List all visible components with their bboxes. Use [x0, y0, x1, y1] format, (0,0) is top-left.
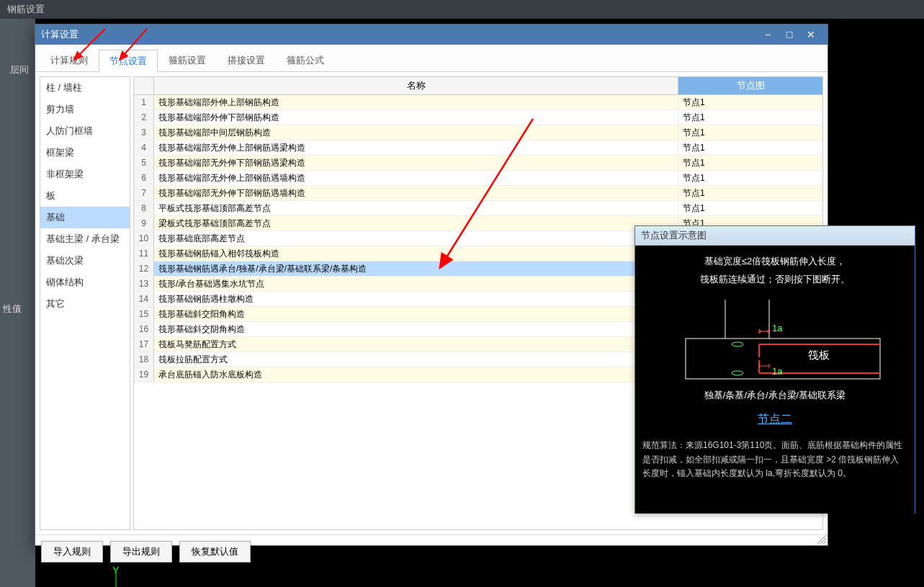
row-number: 4 [134, 140, 154, 155]
label-raft: 筏板 [808, 349, 830, 362]
table-row[interactable]: 8平板式筏形基础顶部高差节点节点1 [134, 201, 822, 216]
category-item[interactable]: 剪力墙 [40, 99, 130, 120]
row-name[interactable]: 筏形基础斜交阴角构造 [154, 322, 678, 336]
tab-strip: 计算规则节点设置箍筋设置搭接设置箍筋公式 [35, 45, 827, 72]
row-number: 5 [134, 156, 154, 170]
bg-sidebar-item2: 性值 [3, 303, 22, 315]
minimize-icon[interactable]: − [757, 24, 779, 45]
category-item[interactable]: 基础 [40, 207, 130, 228]
table-row[interactable]: 7筏形基础端部无外伸下部钢筋遇墙构造节点1 [134, 186, 822, 201]
row-node[interactable]: 节点1 [678, 95, 822, 109]
preview-text: 基础宽度≤2倍筏板钢筋伸入长度， 筏板筋连续通过；否则按下图断开。 [642, 253, 907, 288]
row-number: 13 [134, 277, 154, 291]
category-item[interactable]: 柱 / 墙柱 [40, 77, 130, 99]
category-item[interactable]: 人防门框墙 [40, 120, 130, 142]
row-name[interactable]: 筏形基础斜交阳角构造 [154, 307, 678, 321]
diagram-caption: 独基/条基/承台/承台梁/基础联系梁 [642, 389, 907, 402]
row-number: 15 [134, 307, 154, 321]
row-number: 11 [134, 246, 154, 261]
row-name[interactable]: 筏形基础端部外伸上部钢筋构造 [154, 95, 678, 109]
row-name[interactable]: 筏形基础端部中间层钢筋构造 [154, 125, 678, 140]
table-row[interactable]: 5筏形基础端部无外伸下部钢筋遇梁构造节点1 [134, 156, 822, 171]
row-number: 3 [134, 125, 154, 140]
bg-sidebar-item[interactable]: 层间 [10, 63, 29, 76]
row-number: 18 [134, 352, 154, 367]
table-row[interactable]: 2筏形基础端部外伸下部钢筋构造节点1 [134, 110, 822, 125]
row-number: 10 [134, 231, 154, 246]
preview-line2: 筏板筋连续通过；否则按下图断开。 [642, 271, 907, 289]
table-row[interactable]: 4筏形基础端部无外伸上部钢筋遇梁构造节点1 [134, 140, 822, 156]
row-node[interactable]: 节点1 [678, 125, 822, 140]
dialog-titlebar[interactable]: 计算设置 − □ ✕ [35, 24, 827, 45]
row-node[interactable]: 节点1 [678, 110, 822, 125]
row-number: 9 [134, 216, 154, 230]
row-name[interactable]: 筏形基础端部无外伸下部钢筋遇梁构造 [154, 156, 678, 170]
preview-title: 节点设置示意图 [635, 226, 915, 246]
row-node[interactable]: 节点1 [678, 201, 822, 215]
row-name[interactable]: 筏形基础端部无外伸上部钢筋遇梁构造 [154, 140, 678, 155]
axis-y-line [115, 575, 117, 587]
row-name[interactable]: 平板式筏形基础顶部高差节点 [154, 201, 678, 215]
row-number: 19 [134, 367, 154, 382]
table-row[interactable]: 3筏形基础端部中间层钢筋构造节点1 [134, 125, 822, 140]
preview-diagram: 1a 1a 筏板 独基/条基/承台/承台梁/基础联系梁 [642, 295, 907, 403]
th-name[interactable]: 名称 [154, 77, 678, 94]
category-item[interactable]: 基础次梁 [40, 250, 130, 272]
row-name[interactable]: 筏形基础钢筋锚入相邻筏板构造 [154, 246, 678, 261]
dialog-footer: 导入规则 导出规则 恢复默认值 [35, 534, 827, 568]
dialog-title: 计算设置 [41, 28, 79, 41]
preview-desc: 规范算法：来源16G101-3第110页。面筋、底筋根据基础构件的属性是否扣减，… [642, 439, 907, 480]
category-item[interactable]: 框架梁 [40, 142, 130, 163]
category-item[interactable]: 非框架梁 [40, 163, 130, 185]
row-name[interactable]: 筏板马凳筋配置方式 [154, 337, 678, 351]
row-name[interactable]: 筏形基础底部高差节点 [154, 231, 678, 246]
table-row[interactable]: 1筏形基础端部外伸上部钢筋构造节点1 [134, 95, 822, 110]
tab-4[interactable]: 箍筋公式 [276, 49, 335, 71]
row-name[interactable]: 筏形基础端部无外伸下部钢筋遇墙构造 [154, 186, 678, 200]
app-title: 钢筋设置 [0, 0, 924, 19]
row-node[interactable]: 节点1 [678, 186, 822, 200]
th-node[interactable]: 节点图 [678, 77, 822, 94]
preview-body: 基础宽度≤2倍筏板钢筋伸入长度， 筏板筋连续通过；否则按下图断开。 [635, 246, 915, 514]
row-number: 12 [134, 261, 154, 276]
label-1a-top: 1a [772, 323, 782, 333]
row-node[interactable]: 节点1 [678, 140, 822, 155]
row-name[interactable]: 筏形基础端部无外伸上部钢筋遇墙构造 [154, 171, 678, 185]
row-name[interactable]: 承台底筋锚入防水底板构造 [154, 367, 678, 382]
tab-1[interactable]: 节点设置 [99, 50, 158, 72]
row-name[interactable]: 筏板拉筋配置方式 [154, 352, 678, 367]
row-name[interactable]: 筏形基础钢筋遇柱墩构造 [154, 292, 678, 306]
row-number: 8 [134, 201, 154, 215]
close-icon[interactable]: ✕ [800, 24, 822, 45]
svg-point-7 [732, 342, 743, 346]
row-number: 1 [134, 95, 154, 109]
row-number: 14 [134, 292, 154, 306]
node-link[interactable]: 节点二 [642, 412, 907, 427]
maximize-icon[interactable]: □ [779, 24, 800, 45]
row-node[interactable]: 节点1 [678, 156, 822, 170]
row-node[interactable]: 节点1 [678, 171, 822, 185]
svg-point-8 [732, 371, 743, 375]
table-row[interactable]: 6筏形基础端部无外伸上部钢筋遇墙构造节点1 [134, 171, 822, 186]
row-number: 7 [134, 186, 154, 200]
resize-grip-icon[interactable] [817, 535, 826, 544]
row-name[interactable]: 筏形/承台基础遇集水坑节点 [154, 277, 678, 291]
tab-0[interactable]: 计算规则 [40, 49, 99, 71]
export-rules-button[interactable]: 导出规则 [110, 541, 172, 563]
row-name[interactable]: 筏形基础钢筋遇承台/独基/承台梁/基础联系梁/条基构造 [154, 261, 678, 276]
row-name[interactable]: 筏形基础端部外伸下部钢筋构造 [154, 110, 678, 125]
import-rules-button[interactable]: 导入规则 [41, 541, 103, 563]
row-number: 6 [134, 171, 154, 185]
row-number: 17 [134, 337, 154, 351]
label-1a-bot: 1a [772, 366, 782, 377]
th-num [134, 77, 154, 94]
restore-defaults-button[interactable]: 恢复默认值 [179, 541, 251, 563]
row-name[interactable]: 梁板式筏形基础顶部高差节点 [154, 216, 678, 230]
category-item[interactable]: 砌体结构 [40, 272, 130, 293]
tab-3[interactable]: 搭接设置 [217, 49, 276, 71]
category-item[interactable]: 基础主梁 / 承台梁 [40, 228, 130, 250]
tab-2[interactable]: 箍筋设置 [158, 49, 217, 71]
category-item[interactable]: 其它 [40, 293, 130, 315]
category-item[interactable]: 板 [40, 185, 130, 207]
category-list: 柱 / 墙柱剪力墙人防门框墙框架梁非框架梁板基础基础主梁 / 承台梁基础次梁砌体… [40, 76, 130, 530]
